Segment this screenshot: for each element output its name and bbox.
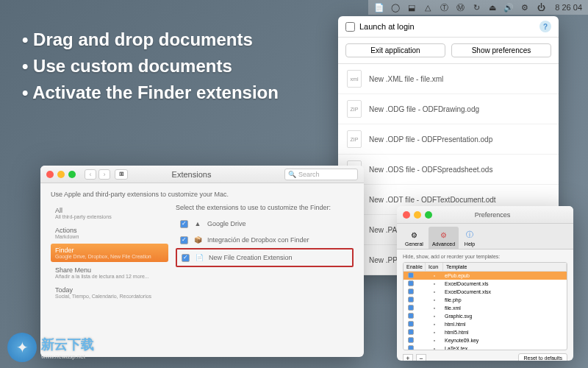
extensions-main: Select the extensions to use to customiz…: [176, 204, 354, 303]
remove-button[interactable]: −: [416, 354, 426, 361]
extension-row[interactable]: 📦Integración de Dropbox con Finder: [176, 232, 354, 248]
file-icon: ZIP: [347, 130, 362, 148]
dropbox-icon[interactable]: ⬓: [406, 2, 417, 13]
templates-table: EnableIconTemplate ▫ePub.epub▫ExcelDocum…: [403, 262, 567, 350]
general-icon: ⚙: [408, 229, 420, 241]
checkbox[interactable]: [180, 236, 188, 244]
feature-item: Drag and drop documents: [22, 29, 279, 50]
file-icon: ZIP: [347, 100, 362, 118]
table-row[interactable]: ▫html.html: [404, 320, 567, 328]
extension-row[interactable]: ▲Google Drive: [176, 216, 354, 232]
help-icon[interactable]: ?: [539, 21, 551, 32]
sidebar-item-share[interactable]: Share MenuAñadir a la lista de lectura a…: [51, 263, 168, 282]
tab-help[interactable]: ⓘHelp: [460, 227, 479, 249]
table-row[interactable]: ▫Graphic.svg: [404, 312, 567, 320]
file-icon: ▫: [426, 281, 443, 286]
app-icon: 📦: [193, 235, 203, 245]
list-item[interactable]: xmlNew .XML file - file.xml: [338, 64, 559, 94]
launch-at-login-label: Launch at login: [359, 22, 415, 31]
extensions-sidebar: AllAll third-party extensions ActionsMar…: [51, 204, 168, 303]
select-label: Select the extensions to use to customiz…: [176, 204, 354, 211]
help-icon: ⓘ: [464, 229, 476, 241]
extensions-description: Use Apple and third-party extensions to …: [51, 191, 354, 198]
titlebar: ‹ › ⊞ Extensions 🔍 Search: [40, 166, 364, 183]
table-row[interactable]: ▫file.php: [404, 296, 567, 304]
table-row[interactable]: ▫html5.html: [404, 328, 567, 336]
checkbox[interactable]: [408, 313, 414, 319]
file-icon: ▫: [426, 305, 443, 311]
list-item[interactable]: ZIPNew .ODG file - ODFDrawing.odg: [338, 94, 559, 124]
table-row[interactable]: ▫ePub.epub: [404, 272, 567, 280]
checkbox[interactable]: [182, 254, 190, 262]
minimize-icon[interactable]: [57, 171, 65, 178]
search-input[interactable]: 🔍 Search: [284, 169, 358, 180]
checkbox[interactable]: [408, 289, 414, 294]
file-icon: xml: [347, 70, 362, 88]
gear-icon[interactable]: ⚙: [520, 2, 530, 13]
checkbox[interactable]: [408, 329, 414, 335]
preferences-window: Preferences ⚙General ⚙Advanced ⓘHelp Hid…: [397, 206, 573, 361]
table-row[interactable]: ▫file.xml: [404, 304, 567, 312]
watermark: ✦ 新云下载 www.newasp.net: [7, 333, 94, 362]
sidebar-item-all[interactable]: AllAll third-party extensions: [51, 204, 168, 222]
show-preferences-button[interactable]: Show preferences: [451, 43, 551, 57]
sidebar-item-finder[interactable]: FinderGoogle Drive, Dropbox, New File Cr…: [51, 244, 168, 262]
checkbox[interactable]: [408, 280, 414, 286]
table-row[interactable]: ▫Keynote09.key: [404, 336, 567, 344]
file-icon: ▫: [426, 338, 443, 343]
circle-icon[interactable]: ◯: [390, 2, 401, 13]
feature-item: Activate the Finder extension: [22, 82, 279, 103]
list-item[interactable]: ZIPNew .ODP file - ODFPresentation.odp: [338, 124, 559, 155]
launch-at-login-checkbox[interactable]: [345, 22, 355, 32]
watermark-url: www.newasp.net: [41, 353, 94, 360]
list-item[interactable]: ZIPNew .ODS file - ODFSpreadsheet.ods: [338, 155, 559, 185]
advanced-icon: ⚙: [437, 229, 449, 241]
table-row[interactable]: ▫LaTeX.tex: [404, 344, 567, 350]
app-icon: ▲: [193, 219, 203, 229]
window-title: Extensions: [98, 170, 284, 179]
tab-advanced[interactable]: ⚙Advanced: [429, 227, 459, 249]
tab-general[interactable]: ⚙General: [401, 227, 427, 249]
add-button[interactable]: +: [403, 354, 413, 361]
close-icon[interactable]: [403, 211, 410, 219]
back-button[interactable]: ‹: [85, 169, 96, 180]
app-icon: 📄: [194, 252, 204, 263]
dropdown-buttons: Exit application Show preferences: [338, 38, 559, 64]
reset-button[interactable]: Reset to defaults: [518, 353, 567, 361]
checkbox[interactable]: [408, 297, 414, 302]
sidebar-item-actions[interactable]: ActionsMarkdown: [51, 224, 168, 242]
clock: 8 26 04: [555, 3, 582, 12]
file-icon: ▫: [426, 314, 443, 319]
pref-footer: + − Reset to defaults: [403, 350, 567, 361]
file-icon: ▫: [426, 297, 443, 302]
table-row[interactable]: ▫ExcelDocument.xls: [404, 280, 567, 288]
checkbox[interactable]: [408, 337, 414, 343]
file-icon: ▫: [426, 289, 443, 294]
sync-icon[interactable]: ↻: [471, 2, 481, 13]
doc-icon[interactable]: 📄: [374, 2, 384, 13]
pref-hint: Hide, show, add or reorder your template…: [403, 254, 567, 259]
titlebar: Preferences: [397, 206, 573, 224]
volume-icon[interactable]: 🔊: [503, 2, 514, 13]
zoom-icon[interactable]: [68, 171, 76, 178]
checkbox[interactable]: [180, 220, 188, 228]
close-icon[interactable]: [46, 171, 54, 178]
power-icon[interactable]: ⏻: [536, 2, 546, 13]
watermark-brand: 新云下载: [41, 337, 94, 352]
dropdown-header: Launch at login ?: [338, 16, 559, 38]
checkbox[interactable]: [408, 272, 414, 278]
eject-icon[interactable]: ⏏: [487, 2, 498, 13]
feature-list: Drag and drop documents Use custom docum…: [22, 29, 279, 109]
checkbox[interactable]: [408, 321, 414, 327]
table-row[interactable]: ▫ExcelDocument.xlsx: [404, 288, 567, 296]
extensions-window: ‹ › ⊞ Extensions 🔍 Search Use Apple and …: [40, 166, 364, 357]
checkbox[interactable]: [408, 345, 414, 350]
m-icon[interactable]: Ⓜ: [455, 2, 465, 13]
checkbox[interactable]: [408, 305, 414, 311]
cloud-icon[interactable]: △: [423, 2, 433, 13]
sidebar-item-today[interactable]: TodaySocial, Tiempo, Calendario, Recorda…: [51, 283, 168, 302]
exit-application-button[interactable]: Exit application: [345, 43, 445, 57]
extension-row-highlighted[interactable]: 📄New File Creation Extension: [176, 248, 354, 267]
file-icon: ▫: [426, 330, 443, 335]
app-icon[interactable]: Ⓣ: [439, 2, 449, 13]
